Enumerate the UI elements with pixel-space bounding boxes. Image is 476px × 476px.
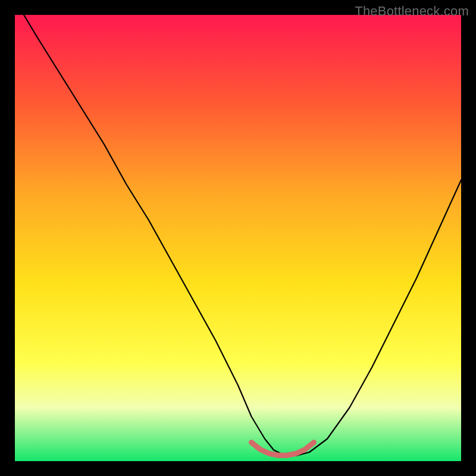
chart-frame: TheBottleneck.com xyxy=(0,0,476,476)
gradient-background xyxy=(15,15,461,461)
plot-area xyxy=(15,15,461,461)
plot-svg xyxy=(15,15,461,461)
watermark-text: TheBottleneck.com xyxy=(355,4,469,19)
